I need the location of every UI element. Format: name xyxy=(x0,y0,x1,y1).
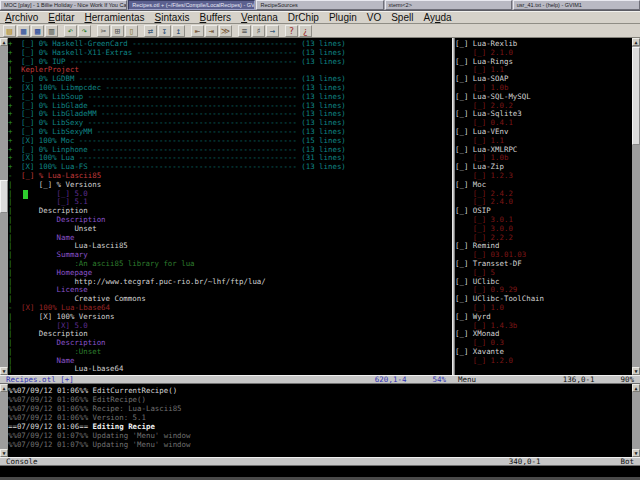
buffer-name-label: Recipes.otl [+] xyxy=(6,376,74,383)
find-help-icon[interactable]: ¿ xyxy=(299,25,312,37)
right-scrollbar-console[interactable]: ▲ ▼ xyxy=(632,384,640,457)
replace-icon[interactable]: ⇄ xyxy=(144,25,157,37)
ruler-position: 620,1-4 xyxy=(375,376,407,383)
scroll-down-arrow-icon[interactable]: ▼ xyxy=(632,449,640,457)
menu-drchip[interactable]: DrChip xyxy=(283,12,324,23)
scroll-up-arrow-icon[interactable]: ▲ xyxy=(632,38,640,46)
taskbar-button-2[interactable]: Recipes.otl + (~/Files/Compile/LocalReci… xyxy=(128,0,255,10)
run-ctags-icon[interactable]: ♯ xyxy=(252,25,265,37)
menu-archivo[interactable]: Archivo xyxy=(0,12,43,23)
menu-sintaxis[interactable]: Sintaxis xyxy=(150,12,195,23)
taskbar-button-5[interactable]: usr_41.txt - (help) - GVIM1 xyxy=(513,0,640,10)
find-prev-icon[interactable]: ↥ xyxy=(172,25,185,37)
scroll-percent: 54% xyxy=(432,376,446,383)
taskbar-button-4[interactable]: xterm<2> xyxy=(385,0,512,10)
buffer-name-label: Menu xyxy=(458,376,476,383)
ruler-position: 136,0-1 xyxy=(563,376,595,383)
open-icon[interactable]: ▤ xyxy=(3,25,16,37)
editor-line[interactable]: %%07/09/12 01:06%% Recipe: Lua-Lascii85 xyxy=(8,404,632,413)
taskbar-button-3[interactable]: RecipeSources xyxy=(256,0,383,10)
editor-line[interactable]: %%07/09/12 01:07%% Updating 'Menu' windo… xyxy=(8,431,632,440)
editor-line[interactable]: ==07/09/12 01:06== Editing Recipe xyxy=(8,422,632,431)
copy-icon[interactable]: ⊞ xyxy=(111,25,124,37)
editor-line[interactable]: [_] 1.2.0 xyxy=(455,357,632,366)
scrollbar-thumb[interactable] xyxy=(632,47,640,145)
save-icon[interactable]: ▦ xyxy=(17,25,30,37)
statusline-menu-segment: Menu 136,0-1 90% xyxy=(452,376,640,383)
editor-area: +[_] 0% Haskell-GreenCard --------------… xyxy=(0,38,640,375)
scroll-percent: Bot xyxy=(620,458,634,465)
menu-ayuda[interactable]: Ayuda xyxy=(418,12,456,23)
redo-icon[interactable]: ↷ xyxy=(78,25,91,37)
save-session-icon[interactable]: ⇥ xyxy=(205,25,218,37)
left-scrollbar-main[interactable]: ▲ ▼ xyxy=(0,38,8,375)
scroll-up-arrow-icon[interactable]: ▲ xyxy=(632,384,640,392)
run-script-icon[interactable]: ≫ xyxy=(219,25,232,37)
scroll-percent: 90% xyxy=(620,376,634,383)
menu-buffers[interactable]: Buffers xyxy=(195,12,237,23)
scroll-up-arrow-icon[interactable]: ▲ xyxy=(0,38,8,46)
menu-vo[interactable]: VO xyxy=(362,12,386,23)
menu-ventana[interactable]: Ventana xyxy=(236,12,283,23)
recipes-outline-window[interactable]: +[_] 0% Haskell-GreenCard --------------… xyxy=(8,38,452,375)
editor-line[interactable]: %%07/09/12 01:06%% EditRecipe() xyxy=(8,395,632,404)
statusline-console[interactable]: Console 340,0-1 Bot xyxy=(0,457,640,466)
fold-column-marker[interactable]: | xyxy=(8,365,21,374)
buffer-name-label: Console xyxy=(6,458,38,465)
cut-icon[interactable]: ✂ xyxy=(97,25,110,37)
scroll-up-arrow-icon[interactable]: ▲ xyxy=(0,384,8,392)
print-icon[interactable]: ▥ xyxy=(45,25,58,37)
scroll-down-arrow-icon[interactable]: ▼ xyxy=(0,449,8,457)
ruler-position: 340,0-1 xyxy=(509,458,541,465)
editor-line[interactable]: | Lua-Lbase64 xyxy=(8,365,452,374)
vim-command-line[interactable] xyxy=(0,466,640,477)
menu-herramientas[interactable]: Herramientas xyxy=(79,12,149,23)
menu-bar: ArchivoEditarHerramientasSintaxisBuffers… xyxy=(0,11,640,24)
text-cursor xyxy=(23,190,28,199)
help-icon[interactable]: ? xyxy=(285,25,298,37)
taskbar-button-1[interactable]: MOC [play] - 1 Billie Holiday - Nice Wor… xyxy=(0,0,127,10)
find-next-icon[interactable]: ↧ xyxy=(158,25,171,37)
menu-packages-window[interactable]: [_] Lua-Rexlib [_] 2.1.0[_] Lua-Rings [_… xyxy=(455,38,632,375)
editor-line[interactable]: | :Unset xyxy=(8,348,452,357)
load-session-icon[interactable]: ⇤ xyxy=(191,25,204,37)
toolbar: ▤▦▩▥↶↷✂⊞▯⇄↧↥⇤⇥≫≡♯→?¿ xyxy=(0,24,640,38)
scroll-down-arrow-icon[interactable]: ▼ xyxy=(632,367,640,375)
editor-line[interactable]: %%07/09/12 01:06%% EditCurrentRecipe() xyxy=(8,386,632,395)
gvim-application-window: MOC [play] - 1 Billie Holiday - Nice Wor… xyxy=(0,0,640,480)
editor-line[interactable]: %%07/09/12 01:07%% Updating 'Menu' windo… xyxy=(8,440,632,449)
undo-icon[interactable]: ↶ xyxy=(64,25,77,37)
console-log-window[interactable]: %%07/09/12 01:06%% EditCurrentRecipe()%%… xyxy=(8,384,632,457)
menu-editar[interactable]: Editar xyxy=(43,12,79,23)
menu-plugin[interactable]: Plugin xyxy=(324,12,362,23)
editor-line[interactable]: %%07/09/12 01:06%% Version: 5.1 xyxy=(8,413,632,422)
save-all-icon[interactable]: ▩ xyxy=(31,25,44,37)
right-scrollbar-main[interactable]: ▲ ▼ xyxy=(632,38,640,375)
scroll-down-arrow-icon[interactable]: ▼ xyxy=(0,367,8,375)
tag-jump-icon[interactable]: → xyxy=(266,25,279,37)
left-scrollbar-console[interactable]: ▲ ▼ xyxy=(0,384,8,457)
make-icon[interactable]: ≡ xyxy=(238,25,251,37)
statusline-recipes-segment: Recipes.otl [+] 620,1-4 54% xyxy=(0,376,452,383)
editor-line[interactable]: | Unset xyxy=(8,225,452,234)
menu-spell[interactable]: Spell xyxy=(386,12,418,23)
taskbar: MOC [play] - 1 Billie Holiday - Nice Wor… xyxy=(0,0,640,11)
paste-icon[interactable]: ▯ xyxy=(125,25,138,37)
statusline-console-segment: Console 340,0-1 Bot xyxy=(0,458,640,465)
statusline-recipes-menu[interactable]: Recipes.otl [+] 620,1-4 54% Menu 136,0-1… xyxy=(0,375,640,384)
scrollbar-thumb[interactable] xyxy=(0,180,8,213)
